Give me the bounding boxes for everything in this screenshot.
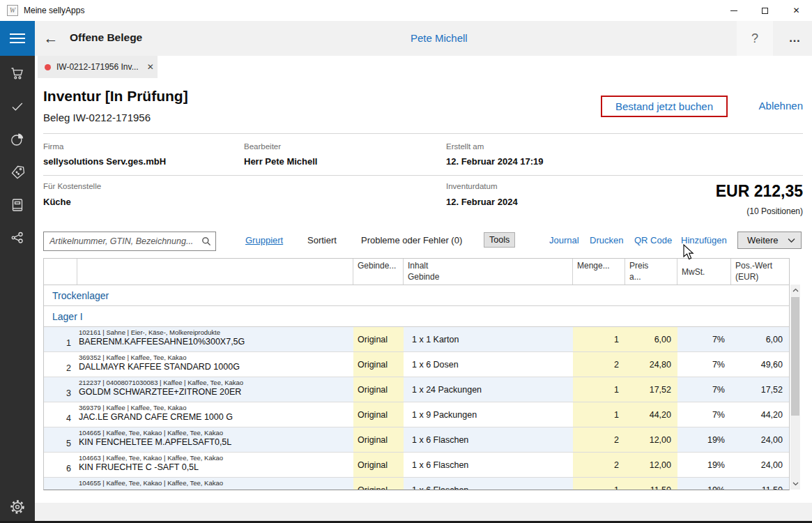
more-actions-button[interactable]: Weitere [737,232,802,249]
help-button[interactable]: ? [737,21,773,56]
gebinde-cell[interactable]: Original [353,402,404,427]
sidebar-item-reports[interactable] [9,131,26,148]
preis-cell[interactable]: 17,52 [625,377,677,402]
preis-cell[interactable]: 6,00 [625,327,677,351]
preis-cell[interactable]: 12,00 [625,427,677,452]
article-name: GOLDM SCHWARZTEE+ZITRONE 20ER [79,387,353,397]
article-meta: 104663 | Kaffee, Tee, Kakao | Kaffee, Te… [79,454,353,462]
tools-button[interactable]: Tools [484,232,515,248]
book-stock-button[interactable]: Bestand jetzt buchen [601,96,728,117]
scroll-up-icon[interactable] [790,285,800,296]
back-button[interactable]: ← [42,28,60,49]
preis-cell[interactable]: 11,50 [625,478,677,490]
menge-cell[interactable]: 1 [573,327,625,351]
filter-problems[interactable]: Probleme oder Fehler (0) [361,235,462,245]
minimize-button[interactable] [718,0,749,21]
article-name: DALLMAYR KAFFEE STANDARD 1000G [79,362,353,372]
share-icon [9,229,26,246]
filter-sorted[interactable]: Sortiert [307,235,337,245]
table-row[interactable]: 3 212237 | 04008071030083 | Kaffee | Kaf… [44,377,789,402]
group-row-trockenlager[interactable]: Trockenlager [44,285,789,306]
row-number: 5 [44,427,77,452]
print-link[interactable]: Drucken [590,235,623,245]
maximize-button[interactable] [749,0,781,21]
mwst-cell: 19% [677,427,731,452]
field-label-bearbeiter: Bearbeiter [244,142,281,151]
field-value-bearbeiter: Herr Pete Michell [244,156,318,167]
page-title: Offene Belege [70,31,142,44]
table-row[interactable]: 1 102161 | Sahne | Eier-, Käse-, Molkere… [44,327,789,352]
more-menu-button[interactable]: … [779,21,810,56]
gebinde-cell[interactable]: Original [353,478,404,490]
mwst-cell: 7% [677,402,731,427]
menge-cell[interactable]: 1 [573,402,625,427]
sidebar-item-journal[interactable] [9,197,26,213]
row-description: 212237 | 04008071030083 | Kaffee | Kaffe… [77,377,353,402]
field-value-erstellt: 12. Februar 2024 17:19 [446,156,543,167]
chevron-down-icon [788,238,795,243]
maximize-icon [762,8,768,14]
tab-document[interactable]: IW-0212-171956 Inv... ✕ [38,56,158,78]
hamburger-menu-button[interactable] [0,21,35,56]
article-meta: 212237 | 04008071030083 | Kaffee | Kaffe… [79,379,353,386]
qr-code-link[interactable]: QR Code [634,235,672,245]
scroll-down-icon[interactable] [790,478,800,490]
table-row[interactable]: 7 104655 | Kaffee, Tee, Kakao | Kaffee, … [44,478,789,490]
sidebar-item-tasks[interactable] [9,98,26,115]
menge-cell[interactable]: 1 [573,478,625,490]
gebinde-cell[interactable]: Original [353,327,404,351]
close-button[interactable]: ✕ [781,0,812,21]
menge-cell[interactable]: 2 [573,453,625,477]
filter-grouped[interactable]: Gruppiert [245,235,283,245]
scrollbar-thumb[interactable] [791,297,799,416]
titlebar: W Meine sellyApps ✕ [0,0,812,21]
journal-link[interactable]: Journal [549,235,579,245]
row-description: 369352 | Kaffee | Kaffee, Tee, Kakao DAL… [77,352,353,377]
mwst-cell: 19% [677,453,731,477]
menge-cell[interactable]: 1 [573,377,625,402]
preis-cell[interactable]: 44,20 [625,402,677,427]
col-gebinde: Gebinde... [353,259,404,285]
sidebar-item-cart[interactable] [9,65,26,82]
book-stock-label: Bestand jetzt buchen [615,100,713,112]
preis-cell[interactable]: 24,80 [625,352,677,377]
col-inhalt-gebinde: InhaltGebinde [404,259,573,285]
group-row-lager-i[interactable]: Lager I [44,306,789,327]
wert-cell: 24,00 [731,453,789,477]
checkmark-icon [9,98,26,115]
positions-table: Gebinde... InhaltGebinde Menge... Preisa… [43,258,790,490]
row-number: 4 [44,402,77,427]
article-meta: 369352 | Kaffee | Kaffee, Tee, Kakao [79,354,353,361]
mwst-cell: 7% [677,377,731,402]
settings-button[interactable] [9,499,26,515]
reject-button[interactable]: Ablehnen [759,100,803,112]
table-row[interactable]: 4 369379 | Kaffee | Kaffee, Tee, Kakao J… [44,402,789,427]
tab-close-icon[interactable]: ✕ [147,62,154,72]
table-row[interactable]: 6 104663 | Kaffee, Tee, Kakao | Kaffee, … [44,453,789,478]
gebinde-cell[interactable]: Original [353,377,404,402]
tab-bar: IW-0212-171956 Inv... ✕ [35,56,812,78]
menge-cell[interactable]: 2 [573,427,625,452]
user-name[interactable]: Pete Michell [411,32,468,44]
sidebar-item-offers[interactable] [9,164,26,181]
search-input[interactable] [43,232,216,251]
gebinde-cell[interactable]: Original [353,453,404,477]
field-label-inventurdatum: Inventurdatum [446,182,498,190]
wert-cell: 6,00 [731,327,789,351]
row-number: 6 [44,453,77,477]
menge-cell[interactable]: 2 [573,352,625,377]
gebinde-cell[interactable]: Original [353,427,404,452]
sidebar-item-share[interactable] [9,229,26,246]
table-row[interactable]: 5 104665 | Kaffee, Tee, Kakao | Kaffee, … [44,427,789,453]
article-name: KIN FRUECHTE C -SAFT 0,5L [79,462,353,472]
gebinde-cell[interactable]: Original [353,352,404,377]
row-description: 104665 | Kaffee, Tee, Kakao | Kaffee, Te… [77,427,353,452]
table-scrollbar[interactable] [790,285,800,490]
table-row[interactable]: 2 369352 | Kaffee | Kaffee, Tee, Kakao D… [44,352,789,377]
preis-cell[interactable]: 12,00 [625,453,677,477]
article-meta: 104665 | Kaffee, Tee, Kakao | Kaffee, Te… [79,429,353,437]
wert-cell: 17,52 [731,377,789,402]
app-icon: W [7,5,18,16]
field-value-kostenstelle: Küche [43,197,71,207]
search-icon[interactable] [201,236,212,247]
